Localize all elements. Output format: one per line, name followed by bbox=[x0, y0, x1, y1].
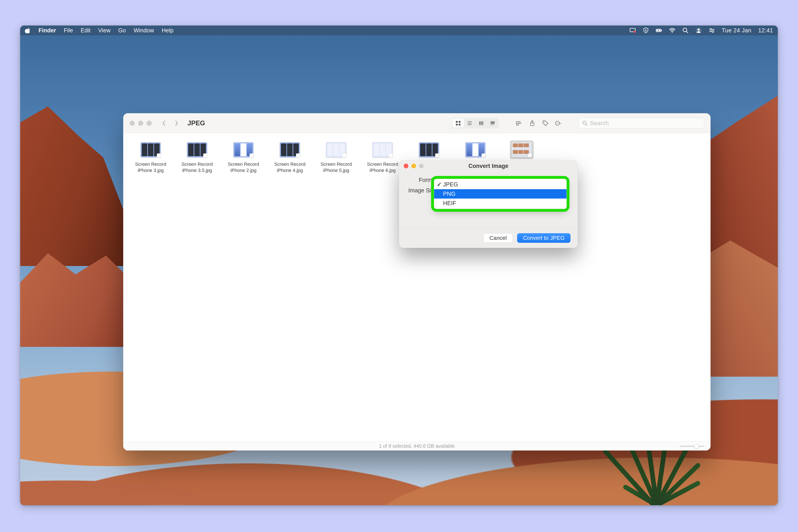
finder-toolbar: JPEG Search bbox=[123, 113, 710, 133]
file-label: Screen Record iPhone 3.jpg bbox=[130, 161, 171, 173]
column-view-icon[interactable] bbox=[475, 119, 487, 128]
svg-line-8 bbox=[686, 31, 688, 33]
svg-rect-35 bbox=[519, 121, 520, 122]
icon-view-icon[interactable] bbox=[452, 119, 464, 128]
control-center-icon[interactable] bbox=[709, 27, 715, 34]
svg-rect-32 bbox=[518, 121, 519, 122]
menubar-date[interactable]: Tue 24 Jan bbox=[722, 27, 752, 34]
svg-point-6 bbox=[672, 32, 673, 33]
nav-back[interactable] bbox=[160, 119, 168, 128]
svg-rect-23 bbox=[480, 121, 481, 125]
menu-view[interactable]: View bbox=[98, 27, 111, 34]
finder-traffic-lights[interactable] bbox=[130, 121, 152, 126]
user-icon[interactable] bbox=[696, 27, 702, 34]
battery-icon[interactable] bbox=[656, 27, 662, 34]
cancel-button[interactable]: Cancel bbox=[483, 233, 513, 243]
finder-status-bar: 1 of 9 selected, 440.6 GB available bbox=[123, 441, 710, 451]
svg-rect-19 bbox=[468, 121, 472, 122]
menu-go[interactable]: Go bbox=[118, 27, 126, 34]
view-mode-segment[interactable] bbox=[452, 118, 499, 128]
svg-rect-16 bbox=[459, 121, 460, 123]
search-input[interactable]: Search bbox=[578, 118, 704, 129]
svg-point-11 bbox=[710, 28, 711, 30]
apple-icon[interactable] bbox=[25, 27, 31, 33]
svg-text:5: 5 bbox=[645, 29, 647, 32]
svg-rect-34 bbox=[518, 124, 519, 125]
svg-rect-29 bbox=[516, 121, 517, 122]
file-item[interactable]: Screen Record iPhone 5.jpg bbox=[313, 139, 359, 176]
menu-file[interactable]: File bbox=[64, 27, 73, 34]
svg-rect-17 bbox=[456, 124, 458, 126]
icon-size-slider[interactable] bbox=[680, 445, 704, 447]
wifi-icon[interactable] bbox=[669, 27, 676, 34]
list-view-icon[interactable] bbox=[464, 119, 475, 128]
menubar-time[interactable]: 12:41 bbox=[758, 27, 773, 34]
svg-point-13 bbox=[712, 31, 714, 32]
svg-point-41 bbox=[557, 123, 558, 124]
svg-rect-36 bbox=[519, 122, 520, 124]
format-option-jpeg[interactable]: JPEG bbox=[434, 180, 567, 189]
svg-rect-18 bbox=[459, 124, 460, 126]
file-item[interactable]: Screen Record iPhone 4.jpg bbox=[267, 139, 313, 176]
svg-rect-22 bbox=[479, 121, 480, 125]
svg-rect-26 bbox=[491, 124, 491, 125]
folder-title: JPEG bbox=[188, 119, 205, 127]
screenshot-frame: Finder File Edit View Go Window Help 5 T… bbox=[20, 25, 778, 505]
file-label: Screen Record iPhone 2.jpg bbox=[223, 161, 264, 173]
group-by-icon[interactable] bbox=[514, 119, 524, 128]
svg-point-1 bbox=[633, 31, 635, 33]
menu-app-name[interactable]: Finder bbox=[39, 27, 56, 34]
file-item[interactable]: Screen Record iPhone 3.5.jpg bbox=[174, 139, 220, 176]
file-item[interactable]: Screen Record iPhone 3.jpg bbox=[128, 139, 174, 176]
search-placeholder: Search bbox=[590, 120, 609, 127]
svg-point-38 bbox=[544, 121, 545, 122]
share-icon[interactable] bbox=[528, 119, 537, 128]
menu-bar: Finder File Edit View Go Window Help 5 T… bbox=[20, 25, 778, 35]
convert-button[interactable]: Convert to JPEG bbox=[517, 233, 571, 243]
gallery-view-icon[interactable] bbox=[487, 119, 498, 128]
minimize-dot[interactable] bbox=[138, 121, 143, 126]
svg-rect-20 bbox=[468, 123, 472, 124]
file-label: Screen Record iPhone 6.jpg bbox=[362, 161, 403, 173]
menu-edit[interactable]: Edit bbox=[81, 27, 91, 34]
svg-rect-15 bbox=[456, 121, 458, 123]
svg-point-42 bbox=[558, 123, 558, 124]
close-dot[interactable] bbox=[130, 121, 135, 126]
svg-point-40 bbox=[556, 123, 557, 124]
dialog-titlebar: Convert Image bbox=[399, 160, 578, 172]
svg-rect-5 bbox=[661, 30, 662, 31]
file-label: Screen Record iPhone 3.5.jpg bbox=[177, 161, 217, 173]
svg-rect-30 bbox=[516, 122, 517, 124]
menu-help[interactable]: Help bbox=[162, 27, 174, 34]
file-label: Screen Record iPhone 4.jpg bbox=[270, 161, 310, 173]
format-dropdown[interactable]: JPEGPNGHEIF bbox=[434, 179, 567, 209]
nav-forward[interactable] bbox=[172, 119, 180, 128]
zoom-dot[interactable] bbox=[147, 121, 152, 126]
svg-point-10 bbox=[698, 28, 700, 31]
dialog-footer: Cancel Convert to JPEG bbox=[399, 228, 578, 248]
svg-rect-31 bbox=[516, 124, 517, 125]
file-item[interactable]: Screen Record iPhone 2.jpg bbox=[220, 139, 267, 176]
svg-rect-33 bbox=[518, 122, 519, 124]
svg-rect-28 bbox=[493, 124, 494, 125]
status-text: 1 of 9 selected, 440.6 GB available bbox=[379, 443, 455, 449]
tag-icon[interactable] bbox=[541, 119, 550, 128]
dialog-title: Convert Image bbox=[399, 163, 578, 169]
svg-rect-27 bbox=[492, 124, 493, 125]
format-option-heif[interactable]: HEIF bbox=[434, 198, 567, 208]
svg-rect-24 bbox=[482, 121, 483, 125]
file-label: Screen Record iPhone 5.jpg bbox=[316, 161, 357, 173]
svg-rect-21 bbox=[468, 124, 472, 125]
shield-icon[interactable]: 5 bbox=[643, 27, 649, 34]
action-menu-icon[interactable] bbox=[554, 119, 563, 128]
svg-line-44 bbox=[586, 124, 587, 125]
spotlight-search-icon[interactable] bbox=[682, 27, 689, 34]
screen-mirror-icon[interactable] bbox=[629, 27, 636, 34]
format-option-png[interactable]: PNG bbox=[434, 189, 567, 198]
menu-window[interactable]: Window bbox=[134, 27, 154, 34]
svg-rect-25 bbox=[491, 121, 495, 124]
